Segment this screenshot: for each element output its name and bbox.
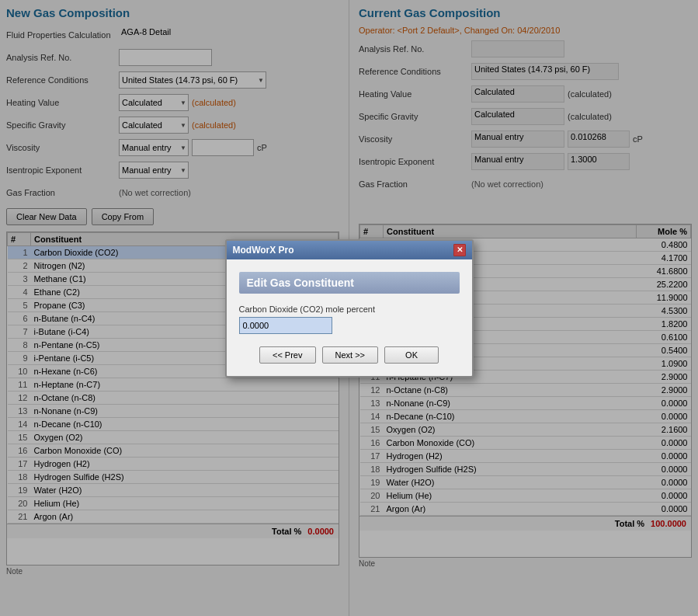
ok-button[interactable]: OK xyxy=(384,346,439,364)
prev-button[interactable]: << Prev xyxy=(259,346,316,364)
dialog-close-button[interactable]: ✕ xyxy=(453,244,466,256)
dialog-field-label: Carbon Dioxide (CO2) mole percent xyxy=(239,305,460,314)
next-button[interactable]: Next >> xyxy=(322,346,379,364)
dialog-buttons: << Prev Next >> OK xyxy=(239,346,460,364)
edit-gas-dialog: ModWorX Pro ✕ Edit Gas Constituent Carbo… xyxy=(225,239,474,378)
dialog-field-input[interactable] xyxy=(239,317,332,334)
dialog-body: Edit Gas Constituent Carbon Dioxide (CO2… xyxy=(227,259,472,376)
dialog-subtitle: Edit Gas Constituent xyxy=(239,272,460,294)
dialog-titlebar: ModWorX Pro ✕ xyxy=(227,241,472,259)
dialog-title: ModWorX Pro xyxy=(233,245,294,256)
dialog-overlay: ModWorX Pro ✕ Edit Gas Constituent Carbo… xyxy=(0,0,698,616)
